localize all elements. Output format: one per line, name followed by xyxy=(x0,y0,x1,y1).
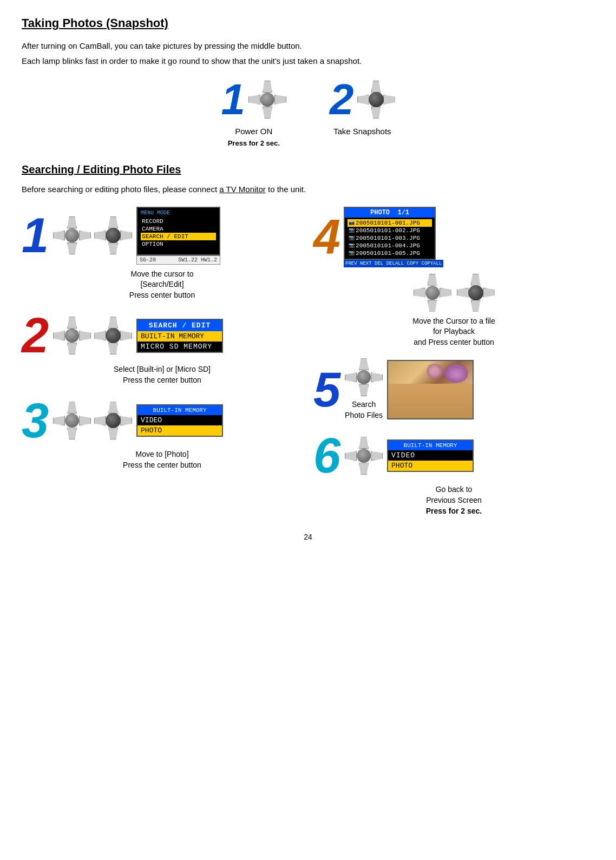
tv-screen-memory2: BUILT-IN MEMORY VIDEO PHOTO xyxy=(136,404,223,437)
page-title: Taking Photos (Snapshot) xyxy=(22,16,594,30)
intro-line1: After turning on CamBall, you can take p… xyxy=(22,40,594,52)
tv-screen-files: PHOTO 1/1 📷 2005010101-001.JPG 📷 2005010… xyxy=(344,207,443,267)
search-step2: 2 xyxy=(22,311,303,385)
tv-screen-menu1: MENU MODE RECORD CAMERA SEARCH / EDIT OP… xyxy=(136,207,220,265)
dpad-step2 xyxy=(357,81,395,119)
step1-num: 1 xyxy=(22,211,49,260)
search-step6: 6 BUILT-IN MEMORY VIDEO PHOTO xyxy=(313,431,594,516)
section2-title: Searching / Editing Photo Files xyxy=(22,163,594,176)
dpad-search-6 xyxy=(345,437,383,475)
step1-number: 1 xyxy=(221,78,246,121)
dpad-search-1a xyxy=(53,216,91,254)
search-steps-container: 1 xyxy=(22,207,594,517)
step2-take-snapshots: 2 Take Snapshots xyxy=(330,78,395,147)
search-step5: 5 SearchPhoto Files xyxy=(313,358,594,421)
step2-desc: Select [Built-in] or [Micro SD]Press the… xyxy=(22,364,303,385)
tv-screen-memory1: SEARCH / EDIT BUILT-IN MEMORY MICRO SD M… xyxy=(136,319,223,353)
dpad-search-4a xyxy=(414,274,451,312)
search-intro: Before searching or editing photo files,… xyxy=(22,183,594,196)
step3-desc: Move to [Photo]Press the center button xyxy=(22,449,303,470)
press-note: Press for 2 sec. xyxy=(228,139,280,147)
step2-number: 2 xyxy=(330,78,354,121)
dpad-search-2a xyxy=(53,317,91,354)
dpad-search-2b xyxy=(94,317,132,354)
step4-num: 4 xyxy=(313,213,340,261)
taking-photos-steps: 1 Power ON Press for 2 sec. 2 xyxy=(22,78,594,147)
photo-preview xyxy=(387,360,474,419)
page-number: 24 xyxy=(22,533,594,541)
dpad-search-5 xyxy=(345,358,383,396)
dpad-search-3a xyxy=(53,402,91,439)
step6-desc: Go back toPrevious ScreenPress for 2 sec… xyxy=(313,484,594,516)
step1-caption: Power ON xyxy=(235,127,272,136)
dpad-step1 xyxy=(248,81,286,119)
step2-caption: Take Snapshots xyxy=(333,127,391,136)
step1-desc: Move the cursor to[Search/Edit]Press cen… xyxy=(22,269,303,301)
search-step4: 4 PHOTO 1/1 📷 2005010101-001.JPG 📷 20050… xyxy=(313,207,594,348)
step2-num: 2 xyxy=(22,311,49,360)
step5-desc: SearchPhoto Files xyxy=(345,399,383,421)
search-step3: 3 xyxy=(22,396,303,470)
step5-num: 5 xyxy=(313,365,340,414)
dpad-search-3b xyxy=(94,402,132,439)
step3-num: 3 xyxy=(22,396,49,445)
intro-line2: Each lamp blinks fast in order to make i… xyxy=(22,55,594,68)
step6-num: 6 xyxy=(313,431,340,480)
sg20-bar: SG-20 SW1.22 HW1.2 xyxy=(136,255,220,265)
step4-desc: Move the Cursor to a filefor Playbackand… xyxy=(313,316,594,348)
search-step1: 1 xyxy=(22,207,303,301)
dpad-search-4b xyxy=(457,274,495,312)
step1-power-on: 1 Power ON Press for 2 sec. xyxy=(221,78,287,147)
dpad-search-1b xyxy=(94,216,132,254)
tv-screen-memory3: BUILT-IN MEMORY VIDEO PHOTO xyxy=(387,439,474,472)
